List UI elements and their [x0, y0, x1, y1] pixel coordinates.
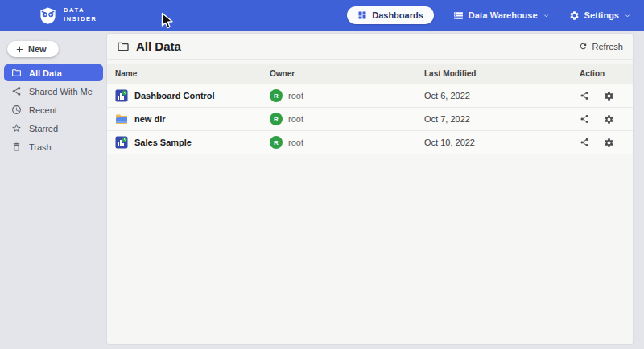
last-modified-cell: Oct 10, 2022: [424, 138, 580, 147]
content-header: All Data Refresh: [107, 34, 633, 60]
sidebar: New All Data Shared With Me Recent Starr…: [0, 31, 107, 349]
plus-icon: [15, 45, 24, 54]
star-icon: [11, 123, 22, 133]
file-name-cell: Sales Sample: [115, 136, 270, 149]
sidebar-item-label: Shared With Me: [29, 87, 93, 96]
settings-menu[interactable]: Settings: [569, 10, 631, 21]
owner-cell: R root: [270, 89, 424, 102]
share-icon[interactable]: [580, 114, 589, 124]
gear-icon: [569, 10, 580, 21]
column-header-name: Name: [115, 69, 270, 78]
gear-icon[interactable]: [604, 138, 614, 148]
sidebar-item-trash[interactable]: Trash: [4, 138, 103, 155]
column-header-action: Action: [580, 69, 625, 78]
gear-icon[interactable]: [604, 114, 614, 125]
column-header-owner: Owner: [270, 69, 424, 78]
chevron-down-icon: [543, 12, 550, 19]
action-cell: [580, 138, 625, 148]
sidebar-item-starred[interactable]: Starred: [4, 120, 103, 137]
avatar: R: [270, 136, 283, 149]
sidebar-item-label: Starred: [29, 124, 58, 133]
data-warehouse-menu[interactable]: Data Warehouse: [453, 10, 550, 21]
file-name-cell: Dashboard Control: [115, 89, 270, 102]
last-modified-cell: Oct 7, 2022: [424, 114, 580, 124]
refresh-button[interactable]: Refresh: [579, 42, 623, 51]
column-header-last-modified: Last Modified: [424, 69, 580, 78]
table-row[interactable]: Sales Sample R root Oct 10, 2022: [107, 131, 633, 154]
file-name-cell: new dir: [115, 113, 270, 125]
share-icon[interactable]: [580, 138, 589, 147]
share-icon: [11, 86, 22, 96]
clock-icon: [11, 105, 22, 115]
folder-file-icon: [115, 113, 128, 125]
action-cell: [580, 114, 625, 125]
last-modified-cell: Oct 6, 2022: [424, 91, 580, 101]
avatar: R: [270, 89, 283, 102]
dashboard-file-icon: [115, 89, 128, 102]
top-navigation-bar: DATA INSIDER Dashboards Data Warehouse: [0, 0, 644, 31]
dashboard-file-icon: [115, 136, 128, 149]
brand-name: DATA INSIDER: [64, 6, 97, 24]
sidebar-item-label: Recent: [29, 105, 57, 115]
brand-logo: DATA INSIDER: [39, 6, 97, 25]
sidebar-item-label: All Data: [29, 68, 62, 78]
dashboards-icon: [357, 10, 367, 20]
owner-cell: R root: [270, 113, 424, 125]
action-cell: [580, 91, 625, 101]
sidebar-item-all-data[interactable]: All Data: [4, 64, 103, 81]
content-panel: All Data Refresh Name Owner Last Modifie…: [107, 34, 633, 344]
gear-icon[interactable]: [604, 91, 614, 101]
sidebar-nav: All Data Shared With Me Recent Starred T…: [0, 64, 107, 155]
sidebar-item-label: Trash: [29, 142, 52, 152]
trash-icon: [11, 142, 22, 152]
dashboards-button[interactable]: Dashboards: [347, 6, 434, 24]
files-table: Name Owner Last Modified Action D: [107, 64, 633, 154]
new-button[interactable]: New: [7, 41, 59, 57]
avatar: R: [270, 113, 283, 125]
share-icon[interactable]: [580, 91, 589, 101]
folder-icon: [117, 40, 130, 53]
page-title: All Data: [117, 39, 181, 53]
refresh-icon: [579, 42, 588, 51]
folder-icon: [11, 68, 22, 78]
topbar-menu: Dashboards Data Warehouse Settings: [347, 6, 631, 24]
owl-logo-icon: [39, 6, 57, 25]
database-icon: [453, 10, 464, 21]
chevron-down-icon: [624, 12, 631, 19]
owner-cell: R root: [270, 136, 424, 149]
sidebar-item-shared-with-me[interactable]: Shared With Me: [4, 83, 103, 100]
table-header-row: Name Owner Last Modified Action: [107, 64, 633, 84]
sidebar-item-recent[interactable]: Recent: [4, 101, 103, 118]
table-row[interactable]: new dir R root Oct 7, 2022: [107, 108, 633, 131]
table-row[interactable]: Dashboard Control R root Oct 6, 2022: [107, 84, 633, 108]
